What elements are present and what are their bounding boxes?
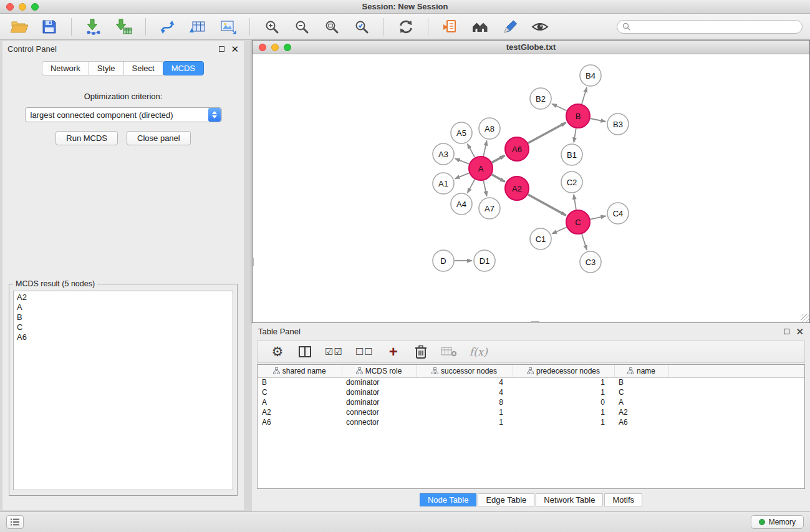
memory-button[interactable]: Memory — [751, 515, 804, 529]
node-C2[interactable]: C2 — [561, 172, 582, 193]
mcds-result-item[interactable]: A6 — [14, 332, 233, 342]
node-B3[interactable]: B3 — [607, 114, 629, 135]
search-input[interactable] — [634, 22, 797, 31]
table-settings-icon[interactable]: ⚙ — [270, 344, 285, 360]
search-field[interactable] — [617, 20, 803, 34]
edge-A-A5[interactable] — [468, 144, 475, 158]
tab-network[interactable]: Network — [42, 61, 89, 75]
column-header[interactable]: successor nodes — [416, 365, 513, 377]
table-row[interactable]: Bdominator41B — [258, 377, 804, 387]
edge-A-A1[interactable] — [455, 173, 470, 178]
optimization-criterion-dropdown[interactable]: largest connected component (directed) — [25, 107, 222, 122]
node-A8[interactable]: A8 — [479, 118, 500, 139]
node-A5[interactable]: A5 — [451, 122, 472, 143]
edge-A-A8[interactable] — [483, 141, 486, 157]
tab-edge-table[interactable]: Edge Table — [478, 493, 534, 506]
edge-C-C1[interactable] — [552, 227, 567, 234]
deselect-all-icon[interactable]: ☐☐ — [355, 344, 374, 360]
tab-mcds[interactable]: MCDS — [163, 61, 204, 75]
column-layout-icon[interactable] — [297, 344, 312, 360]
edge-B-B3[interactable] — [591, 118, 606, 122]
home-icon[interactable] — [468, 16, 492, 37]
node-B[interactable]: B — [566, 104, 590, 128]
minimize-window-button[interactable] — [19, 3, 26, 11]
node-A4[interactable]: A4 — [451, 193, 472, 215]
export-image-icon[interactable] — [216, 16, 239, 37]
select-all-icon[interactable]: ☑☑ — [325, 344, 343, 360]
mcds-result-item[interactable]: A — [14, 302, 233, 312]
node-A3[interactable]: A3 — [433, 143, 454, 165]
tab-motifs[interactable]: Motifs — [604, 493, 642, 506]
edge-C-C2[interactable] — [574, 195, 576, 210]
function-builder-icon[interactable]: f(x) — [470, 344, 488, 360]
import-network-from-file-icon[interactable] — [82, 16, 105, 37]
node-B1[interactable]: B1 — [561, 144, 582, 165]
node-D[interactable]: D — [433, 250, 454, 271]
edge-A-A2[interactable] — [492, 175, 505, 182]
edge-B-B2[interactable] — [552, 104, 567, 111]
node-C1[interactable]: C1 — [530, 228, 551, 249]
import-table-from-file-icon[interactable] — [112, 16, 135, 37]
float-panel-icon[interactable] — [219, 46, 224, 52]
mcds-result-list[interactable]: A2ABCA6 — [13, 291, 233, 490]
tab-node-table[interactable]: Node Table — [420, 493, 477, 506]
node-B4[interactable]: B4 — [580, 65, 601, 86]
edge-B-B1[interactable] — [574, 128, 576, 143]
node-A7[interactable]: A7 — [479, 198, 500, 219]
network-minimize-button[interactable] — [271, 44, 279, 51]
tab-select[interactable]: Select — [123, 61, 163, 75]
tab-network-table[interactable]: Network Table — [536, 493, 603, 506]
resize-corner[interactable] — [801, 314, 809, 322]
vertical-scroll-mark[interactable] — [252, 258, 254, 266]
open-session-icon[interactable] — [7, 16, 31, 37]
node-A6[interactable]: A6 — [505, 137, 529, 161]
node-A1[interactable]: A1 — [433, 173, 454, 194]
edge-A-A4[interactable] — [468, 180, 475, 193]
zoom-in-icon[interactable] — [260, 16, 284, 37]
column-header[interactable]: name — [614, 365, 668, 377]
zoom-window-button[interactable] — [31, 3, 39, 11]
delete-table-icon[interactable] — [441, 344, 457, 360]
network-from-table-icon[interactable] — [186, 16, 210, 37]
network-zoom-button[interactable] — [284, 44, 291, 51]
edge-A-A6[interactable] — [492, 155, 505, 162]
refresh-icon[interactable] — [394, 16, 418, 37]
close-table-panel-icon[interactable]: ✕ — [796, 327, 804, 336]
zoom-out-icon[interactable] — [290, 16, 314, 37]
edge-A6-B[interactable] — [528, 123, 566, 143]
node-table[interactable]: shared nameMCDS rolesuccessor nodesprede… — [257, 364, 805, 489]
show-hide-eye-icon[interactable] — [528, 16, 552, 37]
close-panel-button[interactable]: Close panel — [127, 131, 191, 145]
table-row[interactable]: Cdominator41C — [258, 387, 804, 397]
column-header[interactable]: predecessor nodes — [513, 365, 614, 377]
node-C3[interactable]: C3 — [580, 251, 601, 273]
save-session-icon[interactable] — [37, 16, 61, 37]
zoom-fit-icon[interactable] — [320, 16, 344, 37]
column-header[interactable]: shared name — [258, 365, 342, 377]
edge-C-C4[interactable] — [591, 216, 606, 219]
node-A[interactable]: A — [469, 157, 493, 180]
task-history-button[interactable] — [6, 515, 24, 529]
edge-A2-C[interactable] — [528, 195, 566, 216]
edge-C-C3[interactable] — [582, 234, 587, 250]
network-window-titlebar[interactable]: testGlobe.txt — [253, 41, 809, 54]
add-row-icon[interactable]: + — [386, 344, 401, 360]
open-recent-icon[interactable] — [438, 16, 462, 37]
style-paint-icon[interactable] — [498, 16, 522, 37]
node-B2[interactable]: B2 — [530, 88, 551, 109]
zoom-selected-icon[interactable] — [350, 16, 374, 37]
node-A2[interactable]: A2 — [505, 177, 529, 200]
mcds-result-item[interactable]: B — [14, 312, 233, 322]
edge-A-A3[interactable] — [455, 158, 470, 164]
tab-style[interactable]: Style — [89, 61, 124, 75]
network-close-button[interactable] — [259, 44, 266, 51]
edge-B-B4[interactable] — [582, 87, 587, 104]
edge-A-A7[interactable] — [483, 181, 486, 196]
delete-rows-icon[interactable] — [413, 344, 428, 360]
node-D1[interactable]: D1 — [474, 250, 495, 271]
table-row[interactable]: A6connector11A6 — [258, 417, 804, 427]
table-row[interactable]: A2connector11A2 — [258, 407, 804, 417]
node-C4[interactable]: C4 — [607, 203, 629, 224]
close-panel-icon[interactable]: ✕ — [231, 44, 239, 54]
column-header[interactable]: MCDS role — [342, 365, 416, 377]
